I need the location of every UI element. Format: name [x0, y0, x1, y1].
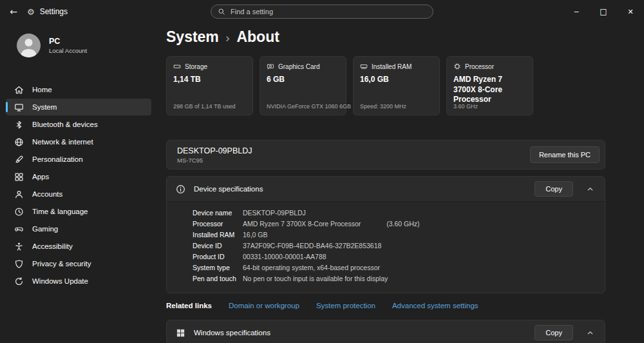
sidebar-item-label: System: [32, 103, 57, 111]
sidebar-nav: Home System Bluetooth & devices: [0, 81, 157, 289]
spec-label: Pen and touch: [193, 273, 243, 284]
account-person-icon: [14, 190, 24, 199]
spec-value: No pen or touch input is available for t…: [243, 273, 388, 284]
user-name: PC: [49, 36, 87, 46]
spec-label: System type: [193, 262, 243, 273]
search-input[interactable]: [231, 8, 426, 15]
device-name-panel: DESKTOP-09PBLDJ MS-7C95 Rename this PC: [166, 140, 605, 170]
sidebar-item-label: Windows Update: [32, 277, 88, 285]
apps-grid-icon: [14, 172, 24, 182]
spec-label: Device ID: [193, 240, 243, 251]
spec-label: Product ID: [193, 251, 243, 262]
bluetooth-icon: [14, 120, 24, 130]
card-detail: NVIDIA GeForce GTX 1060 6GB: [267, 103, 351, 110]
spec-value: AMD Ryzen 7 3700X 8-Core Processor: [243, 219, 361, 230]
card-value: 16,0 GB: [360, 75, 433, 85]
related-links: Related links Domain or workgroup System…: [166, 302, 605, 309]
user-subtitle: Local Account: [49, 47, 87, 54]
card-value: 6 GB: [267, 75, 339, 85]
chevron-up-icon[interactable]: [583, 182, 597, 196]
sidebar-item-system[interactable]: System: [6, 99, 151, 115]
sidebar-item-label: Bluetooth & devices: [32, 121, 98, 128]
home-icon: [14, 85, 24, 95]
shield-icon: [14, 259, 24, 269]
device-specifications-header[interactable]: Device specifications Copy: [167, 177, 605, 201]
maximize-button[interactable]: □: [590, 0, 617, 23]
avatar: [17, 34, 41, 57]
gpu-icon: [267, 63, 274, 70]
sidebar-item-label: Gaming: [32, 225, 58, 233]
link-system-protection[interactable]: System protection: [316, 302, 375, 309]
card-label: Graphics Card: [278, 63, 319, 70]
app-title: ⚙ Settings: [27, 7, 68, 17]
device-name-block: DESKTOP-09PBLDJ MS-7C95: [177, 146, 252, 164]
sidebar-item-label: Time & language: [32, 208, 88, 215]
card-label: Installed RAM: [372, 63, 412, 70]
sidebar: PC Local Account Home Sys: [0, 23, 157, 343]
chevron-up-icon[interactable]: [583, 326, 597, 340]
spec-row: Pen and touch No pen or touch input is a…: [193, 273, 605, 284]
sidebar-item-network-internet[interactable]: Network & internet: [6, 133, 151, 150]
user-text: PC Local Account: [49, 36, 87, 54]
installed-ram-card: Installed RAM 16,0 GB Speed: 3200 MHz: [353, 56, 440, 115]
link-advanced-system-settings[interactable]: Advanced system settings: [392, 302, 478, 309]
rename-pc-button[interactable]: Rename this PC: [530, 146, 600, 163]
spec-value: 37A2F09C-F09B-4EDD-BA46-327B2E853618: [243, 240, 381, 251]
game-controller-icon: [14, 224, 24, 234]
sidebar-item-accessibility[interactable]: Accessibility: [6, 238, 151, 255]
processor-card: Processor AMD Ryzen 7 3700X 8-Core Proce…: [446, 56, 533, 115]
main-content: System › About Storage 1,14 TB 298 GB of…: [157, 23, 644, 343]
user-account[interactable]: PC Local Account: [0, 26, 157, 62]
sidebar-item-apps[interactable]: Apps: [6, 168, 151, 185]
sidebar-item-windows-update[interactable]: Windows Update: [6, 273, 151, 289]
cpu-icon: [453, 63, 461, 70]
sidebar-item-label: Apps: [32, 173, 49, 181]
settings-window: ← ⚙ Settings ─ □ ✕: [0, 0, 644, 343]
sidebar-item-accounts[interactable]: Accounts: [6, 186, 151, 202]
window-controls: ─ □ ✕: [563, 0, 644, 23]
paintbrush-icon: [14, 155, 24, 164]
close-button[interactable]: ✕: [617, 0, 644, 23]
section-title: Device specifications: [194, 185, 263, 193]
sidebar-item-label: Personalization: [32, 155, 83, 163]
storage-card: Storage 1,14 TB 298 GB of 1,14 TB used: [166, 56, 253, 115]
card-detail: 298 GB of 1,14 TB used: [173, 103, 235, 110]
page-title: About: [236, 28, 279, 46]
breadcrumb: System › About: [166, 23, 605, 46]
storage-drive-icon: [173, 63, 181, 70]
spec-label: Processor: [193, 219, 243, 230]
sidebar-item-privacy-security[interactable]: Privacy & security: [6, 255, 151, 272]
ram-icon: [360, 63, 368, 70]
spec-extra: (3.60 GHz): [386, 219, 419, 230]
card-label: Storage: [185, 63, 207, 70]
minimize-button[interactable]: ─: [563, 0, 590, 23]
sidebar-item-home[interactable]: Home: [6, 81, 151, 98]
breadcrumb-system[interactable]: System: [166, 28, 219, 46]
windows-specifications-header[interactable]: Windows specifications Copy: [167, 320, 605, 343]
search-box[interactable]: [211, 5, 433, 19]
link-domain-or-workgroup[interactable]: Domain or workgroup: [229, 302, 299, 309]
back-button[interactable]: ←: [0, 0, 27, 23]
copy-device-specs-button[interactable]: Copy: [535, 181, 573, 197]
sidebar-item-bluetooth-devices[interactable]: Bluetooth & devices: [6, 116, 151, 133]
spec-row: Product ID 00331-10000-00001-AA788: [193, 251, 605, 262]
device-specifications-panel: Device specifications Copy Device name D…: [166, 176, 605, 293]
spec-value: DESKTOP-09PBLDJ: [243, 208, 306, 219]
info-icon: [176, 184, 185, 194]
sidebar-item-personalization[interactable]: Personalization: [6, 151, 151, 168]
section-title: Windows specifications: [194, 329, 270, 337]
device-name: DESKTOP-09PBLDJ: [177, 146, 252, 155]
selected-indicator: [6, 102, 8, 112]
copy-windows-specs-button[interactable]: Copy: [535, 325, 573, 340]
spec-row: Installed RAM 16,0 GB: [193, 230, 605, 240]
sidebar-item-time-language[interactable]: Time & language: [6, 203, 151, 220]
monitor-icon: [14, 103, 24, 112]
sidebar-item-gaming[interactable]: Gaming: [6, 220, 151, 237]
card-label: Processor: [465, 63, 494, 70]
back-arrow-icon: ←: [10, 6, 17, 17]
globe-icon: [14, 137, 24, 147]
titlebar: ← ⚙ Settings ─ □ ✕: [0, 0, 644, 23]
sidebar-item-label: Privacy & security: [32, 260, 91, 268]
update-refresh-icon: [14, 277, 24, 286]
search-icon: [218, 8, 225, 15]
